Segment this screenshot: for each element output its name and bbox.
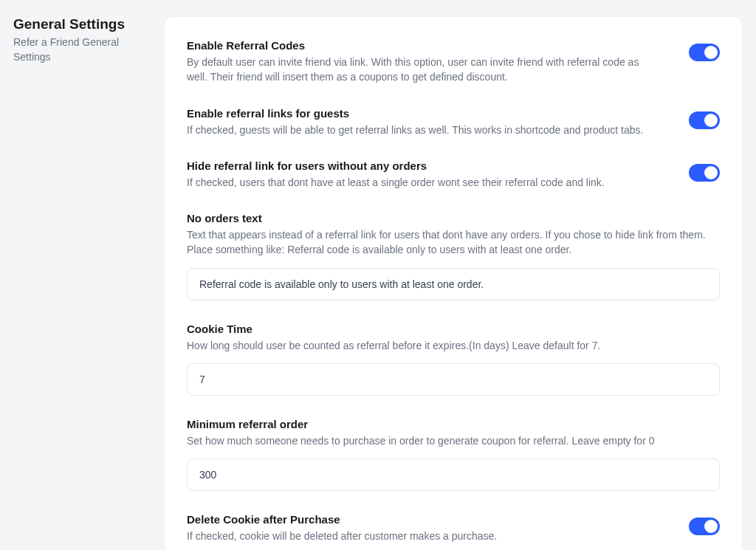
setting-hide-link-no-orders: Hide referral link for users without any… <box>187 159 720 190</box>
setting-enable-guest-links: Enable referral links for guests If chec… <box>187 107 720 137</box>
setting-title: Delete Cookie after Purchase <box>187 513 659 526</box>
setting-title: Hide referral link for users without any… <box>187 159 659 172</box>
setting-title: No orders text <box>187 212 720 224</box>
setting-desc: By default user can invite friend via li… <box>187 55 659 85</box>
input-cookie-time[interactable] <box>187 363 720 396</box>
setting-desc: Text that appears instead of a referral … <box>187 227 720 258</box>
setting-title: Enable Referral Codes <box>187 39 659 52</box>
toggle-enable-guest-links[interactable] <box>689 111 720 129</box>
setting-title: Minimum referral order <box>187 418 720 430</box>
setting-delete-cookie: Delete Cookie after Purchase If checked,… <box>187 513 720 543</box>
input-min-referral-order[interactable] <box>187 458 720 491</box>
input-no-orders-text[interactable] <box>187 268 720 300</box>
setting-title: Enable referral links for guests <box>187 107 659 120</box>
sidebar: General Settings Refer a Friend General … <box>13 16 146 550</box>
setting-cookie-time: Cookie Time How long should user be coun… <box>187 323 720 396</box>
settings-page: General Settings Refer a Friend General … <box>0 0 756 550</box>
sidebar-title: General Settings <box>13 16 146 32</box>
setting-min-referral-order: Minimum referral order Set how much some… <box>187 418 720 491</box>
setting-desc: If checked, users that dont have at leas… <box>187 175 659 190</box>
settings-card: Enable Referral Codes By default user ca… <box>164 16 743 550</box>
setting-desc: Set how much someone needs to purchase i… <box>187 433 720 448</box>
setting-no-orders-text: No orders text Text that appears instead… <box>187 212 720 300</box>
toggle-hide-link-no-orders[interactable] <box>689 164 720 182</box>
toggle-delete-cookie[interactable] <box>689 518 720 535</box>
setting-title: Cookie Time <box>187 323 720 335</box>
setting-desc: If checked, guests will be able to get r… <box>187 123 659 137</box>
setting-desc: If checked, cookie will be deleted after… <box>187 529 659 543</box>
sidebar-subtitle: Refer a Friend General Settings <box>13 35 146 64</box>
setting-desc: How long should user be counted as refer… <box>187 338 720 353</box>
setting-enable-referral-codes: Enable Referral Codes By default user ca… <box>187 39 720 85</box>
toggle-enable-referral-codes[interactable] <box>689 44 720 61</box>
